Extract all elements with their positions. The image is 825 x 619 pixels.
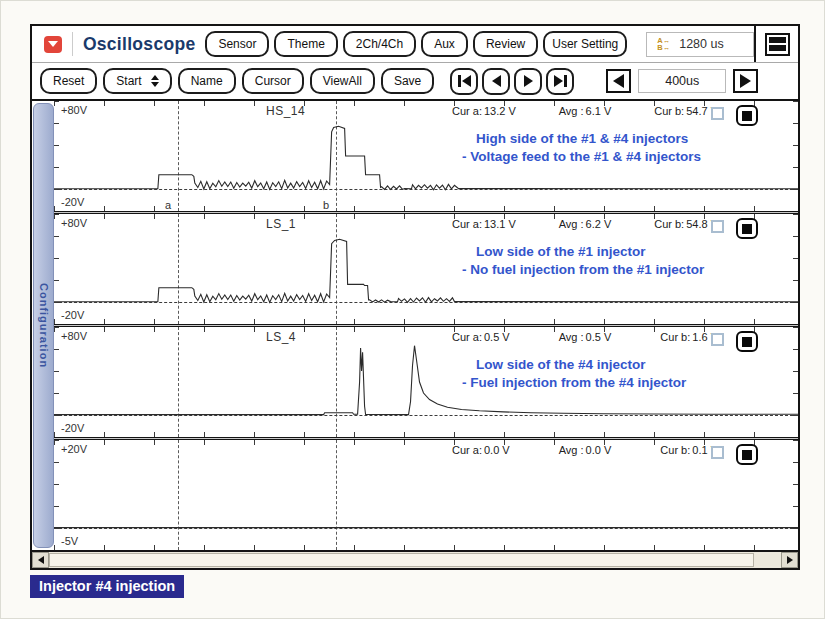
sensor-button[interactable]: Sensor	[205, 31, 269, 57]
step-forward-button[interactable]	[514, 68, 542, 95]
measurements: Cur a:13.2 V Avg :6.1 V Cur b:54.7 V	[452, 105, 720, 117]
cur-a-value: 13.2 V	[484, 105, 518, 117]
skip-end-button[interactable]	[546, 68, 574, 95]
channel-checkbox[interactable]	[711, 333, 724, 346]
avg-label: Avg :	[559, 105, 586, 117]
divider	[72, 32, 73, 56]
channel-menu-button[interactable]	[736, 331, 758, 352]
annotation-line2: - Voltage feed to the #1 & #4 injectors	[462, 148, 701, 166]
right-arrow-icon	[787, 556, 793, 564]
right-triangle-icon	[740, 74, 751, 88]
timebase-value: 400us	[638, 69, 726, 93]
oscilloscope-window: Oscilloscope Sensor Theme 2Ch/4Ch Aux Re…	[30, 24, 800, 570]
vmax-label: +80V	[61, 330, 87, 342]
measurements: Cur a:0.5 V Avg :0.5 V Cur b:1.6 V	[452, 331, 720, 343]
channel-checkbox[interactable]	[711, 107, 724, 120]
skip-end-icon	[554, 75, 563, 87]
step-back-button[interactable]	[482, 68, 510, 95]
toolbar-right-section	[754, 26, 798, 62]
annotation-line1: High side of the #1 & #4 injectors	[462, 130, 701, 148]
black-square-icon	[742, 224, 752, 234]
toolbar-second: Reset Start Name Cursor ViewAll Save 400…	[32, 63, 798, 99]
reset-button[interactable]: Reset	[40, 68, 97, 94]
name-button[interactable]: Name	[178, 68, 236, 94]
app-title: Oscilloscope	[83, 34, 196, 55]
timebase-increase-button[interactable]	[733, 69, 758, 93]
vmax-label: +80V	[61, 104, 87, 116]
channel-name[interactable]: HS_14	[266, 104, 305, 118]
skip-start-button[interactable]	[450, 68, 478, 95]
channel-panel: +80V -20V LS_4 Cur a:0.5 V Avg :0.5 V Cu…	[54, 327, 798, 437]
cur-a-label: Cur a:	[452, 331, 484, 343]
vmax-label: +80V	[61, 217, 87, 229]
aux-button[interactable]: Aux	[421, 31, 468, 57]
avg-label: Avg :	[559, 218, 586, 230]
waveform	[54, 327, 798, 437]
cur-a-label: Cur a:	[452, 444, 484, 456]
cur-a-label: Cur a:	[452, 105, 484, 117]
vmin-label: -5V	[61, 535, 78, 547]
cur-a-value: 0.5 V	[484, 331, 512, 343]
user-setting-button[interactable]: User Setting	[543, 31, 627, 57]
black-square-icon	[742, 450, 752, 460]
timebase-decrease-button[interactable]	[606, 69, 631, 93]
channel-name[interactable]: LS_1	[266, 217, 296, 231]
channel-menu-button[interactable]	[736, 444, 758, 465]
step-back-icon	[492, 75, 501, 87]
channel-menu-button[interactable]	[736, 105, 758, 126]
theme-button[interactable]: Theme	[274, 31, 337, 57]
app-menu-button[interactable]	[44, 36, 62, 53]
channel-panel: +80V -20V LS_1 Cur a:13.1 V Avg :6.2 V C…	[54, 214, 798, 324]
scrollbar-thumb[interactable]	[49, 553, 754, 567]
ab-time-display: A↔ B↔ 1280 us	[646, 32, 754, 57]
start-button[interactable]: Start	[103, 68, 171, 94]
avg-label: Avg :	[559, 444, 586, 456]
cur-b-label: Cur b:	[660, 331, 692, 343]
review-button[interactable]: Review	[473, 31, 538, 57]
step-forward-icon	[524, 75, 533, 87]
ab-icon-b: B↔	[657, 44, 670, 52]
scroll-right-button[interactable]	[781, 552, 798, 568]
vmin-label: -20V	[61, 309, 84, 321]
avg-value: 6.1 V	[586, 105, 614, 117]
cursor-b-label: b	[323, 199, 329, 211]
channel-checkbox[interactable]	[711, 220, 724, 233]
viewall-button[interactable]: ViewAll	[310, 68, 375, 94]
annotation: High side of the #1 & #4 injectors - Vol…	[462, 130, 701, 166]
annotation-line1: Low side of the #1 injector	[462, 243, 704, 261]
channel-checkbox[interactable]	[711, 446, 724, 459]
cursor-button[interactable]: Cursor	[242, 68, 304, 94]
channel-menu-button[interactable]	[736, 218, 758, 239]
configuration-label: Configuration	[38, 283, 50, 368]
channel-mode-button[interactable]: 2Ch/4Ch	[343, 31, 416, 57]
channel-list-icon[interactable]	[765, 33, 790, 56]
chart-area: Configuration +80V -20V HS_14 Cur a:13.2…	[32, 99, 798, 550]
scroll-left-button[interactable]	[32, 552, 49, 568]
annotation: Low side of the #1 injector - No fuel in…	[462, 243, 704, 279]
vmin-label: -20V	[61, 422, 84, 434]
ab-cursor-icon: A↔ B↔	[657, 37, 670, 52]
start-label: Start	[116, 74, 141, 88]
record-nav-group	[450, 68, 574, 95]
save-button[interactable]: Save	[381, 68, 434, 94]
cur-a-label: Cur a:	[452, 218, 484, 230]
vmax-label: +20V	[61, 443, 87, 455]
avg-label: Avg :	[559, 331, 586, 343]
channel-name[interactable]: LS_4	[266, 330, 296, 344]
avg-value: 6.2 V	[586, 218, 614, 230]
spinner-icon	[151, 75, 159, 87]
black-square-icon	[742, 337, 752, 347]
left-triangle-icon	[613, 74, 624, 88]
toolbar-top: Oscilloscope Sensor Theme 2Ch/4Ch Aux Re…	[32, 26, 798, 63]
ab-time-value: 1280 us	[679, 37, 723, 51]
cur-a-value: 0.0 V	[484, 444, 512, 456]
horizontal-scrollbar[interactable]	[32, 550, 798, 568]
chevron-down-icon	[48, 41, 58, 47]
cur-b-label: Cur b:	[654, 218, 686, 230]
waveform	[54, 440, 798, 550]
black-square-icon	[742, 111, 752, 121]
configuration-tab[interactable]: Configuration	[33, 103, 54, 548]
cur-a-value: 13.1 V	[484, 218, 518, 230]
vmin-label: -20V	[61, 196, 84, 208]
avg-value: 0.0 V	[586, 444, 614, 456]
